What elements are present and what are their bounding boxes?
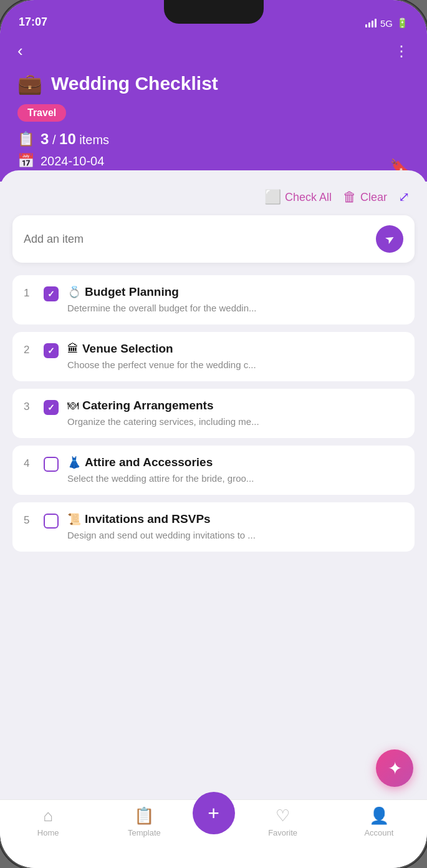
favorite-label: Favorite — [268, 828, 297, 837]
item-title: Attire and Accessories — [85, 456, 213, 469]
phone-screen: 17:07 5G 🔋 ‹ ⋮ 💼 Wedding Checklist — [0, 0, 427, 868]
item-content: 📜 Invitations and RSVPs Design and send … — [67, 512, 403, 542]
home-icon: ⌂ — [43, 806, 53, 826]
send-button[interactable]: ➤ — [376, 225, 403, 253]
item-title-row: 👗 Attire and Accessories — [67, 456, 403, 469]
clear-label: Clear — [360, 191, 387, 204]
nav-item-account[interactable]: 👤 Account — [331, 806, 427, 837]
item-desc: Select the wedding attire for the bride,… — [67, 472, 403, 485]
home-label: Home — [37, 828, 59, 837]
check-all-label: Check All — [285, 191, 332, 204]
template-label: Template — [128, 828, 161, 837]
date-row: 📅 2024-10-04 — [17, 153, 410, 169]
add-button[interactable]: + — [193, 792, 235, 834]
item-title-row: 💍 Budget Planning — [67, 285, 403, 299]
header-meta: 📋 3 / 10 items 📅 2024-10-04 — [17, 130, 410, 169]
item-title: Catering Arrangements — [82, 399, 213, 412]
item-title: Invitations and RSVPs — [85, 512, 211, 526]
status-right: 5G 🔋 — [365, 17, 408, 29]
item-title-row: 🏛 Venue Selection — [67, 342, 403, 356]
toolbar: ⬜ Check All 🗑 Clear ⤢ — [12, 183, 415, 215]
delete-icon: 🗑 — [343, 189, 357, 205]
phone-frame: 17:07 5G 🔋 ‹ ⋮ 💼 Wedding Checklist — [0, 0, 427, 868]
content-area: ⬜ Check All 🗑 Clear ⤢ ➤ — [0, 170, 427, 559]
favorite-icon: ♡ — [276, 806, 290, 826]
item-number: 4 — [24, 457, 35, 470]
item-desc: Design and send out wedding invitations … — [67, 529, 403, 542]
more-button[interactable]: ⋮ — [394, 42, 410, 60]
item-title-row: 📜 Invitations and RSVPs — [67, 512, 403, 526]
progress-separator: / — [52, 133, 56, 147]
check-all-button[interactable]: ⬜ Check All — [264, 189, 332, 205]
battery-icon: 🔋 — [396, 17, 408, 29]
signal-icon — [365, 19, 377, 27]
item-content: 🍽 Catering Arrangements Organize the cat… — [67, 399, 403, 428]
nav-item-home[interactable]: ⌂ Home — [0, 806, 96, 837]
nav-item-favorite[interactable]: ♡ Favorite — [235, 806, 331, 837]
add-item-container: ➤ — [12, 215, 415, 263]
item-title: Venue Selection — [82, 342, 173, 356]
item-emoji: 👗 — [67, 456, 81, 469]
checklist: 1 ✓ 💍 Budget Planning Determine the over… — [12, 275, 415, 559]
bottom-nav: ⌂ Home 📋 Template + ♡ Favorite 👤 Account — [0, 799, 427, 868]
account-icon: 👤 — [369, 806, 389, 826]
item-number: 1 — [24, 287, 35, 300]
item-content: 🏛 Venue Selection Choose the perfect ven… — [67, 342, 403, 371]
progress-text: 3 / 10 items — [41, 130, 109, 148]
item-content: 💍 Budget Planning Determine the overall … — [67, 285, 403, 315]
fab-button[interactable]: ✦ — [376, 749, 413, 787]
clipboard-icon: 📋 — [17, 131, 34, 147]
checklist-item: 1 ✓ 💍 Budget Planning Determine the over… — [12, 275, 415, 324]
item-desc: Organize the catering services, includin… — [67, 415, 403, 428]
checkmark-icon: ✓ — [47, 289, 55, 299]
item-emoji: 🍽 — [67, 399, 79, 412]
item-desc: Determine the overall budget for the wed… — [67, 301, 403, 315]
nav-items: ⌂ Home 📋 Template + ♡ Favorite 👤 Account — [0, 806, 427, 837]
nav-item-template[interactable]: 📋 Template — [96, 806, 192, 837]
checklist-item: 4 👗 Attire and Accessories Select the we… — [12, 446, 415, 495]
checklist-icon: 💼 — [17, 72, 42, 95]
checked-count: 3 — [41, 130, 49, 147]
category-tag[interactable]: Travel — [17, 104, 66, 122]
item-checkbox[interactable]: ✓ — [44, 286, 59, 301]
item-emoji: 💍 — [67, 285, 81, 299]
item-content: 👗 Attire and Accessories Select the wedd… — [67, 456, 403, 485]
item-number: 5 — [24, 514, 35, 527]
checkmark-icon: ✓ — [47, 346, 55, 356]
network-label: 5G — [380, 18, 393, 29]
item-checkbox[interactable]: ✓ — [44, 400, 59, 415]
check-all-icon: ⬜ — [264, 189, 281, 205]
total-count: 10 — [59, 130, 76, 147]
checklist-item: 5 📜 Invitations and RSVPs Design and sen… — [12, 502, 415, 552]
add-item-input[interactable] — [24, 233, 376, 246]
notch — [164, 0, 264, 24]
expand-button[interactable]: ⤢ — [398, 189, 410, 205]
item-checkbox[interactable] — [44, 514, 59, 529]
checkmark-icon: ✓ — [47, 402, 55, 412]
header-title-row: 💼 Wedding Checklist — [17, 72, 410, 95]
template-icon: 📋 — [134, 806, 154, 826]
progress-row: 📋 3 / 10 items — [17, 130, 410, 148]
account-label: Account — [364, 828, 393, 837]
item-number: 2 — [24, 344, 35, 356]
status-time: 17:07 — [19, 16, 47, 29]
item-title: Budget Planning — [85, 285, 179, 299]
item-number: 3 — [24, 401, 35, 413]
fab-icon: ✦ — [388, 758, 402, 779]
header: ‹ ⋮ 💼 Wedding Checklist Travel 📋 3 / 10 … — [0, 34, 427, 182]
calendar-icon: 📅 — [17, 153, 34, 169]
back-button[interactable]: ‹ — [17, 41, 23, 61]
checklist-item: 3 ✓ 🍽 Catering Arrangements Organize the… — [12, 389, 415, 438]
items-label: items — [79, 133, 109, 147]
checklist-item: 2 ✓ 🏛 Venue Selection Choose the perfect… — [12, 332, 415, 381]
item-checkbox[interactable] — [44, 457, 59, 472]
date-text: 2024-10-04 — [41, 154, 104, 168]
send-icon: ➤ — [382, 231, 397, 248]
item-emoji: 🏛 — [67, 343, 79, 356]
add-icon: + — [208, 803, 219, 823]
page-title: Wedding Checklist — [51, 73, 218, 94]
item-emoji: 📜 — [67, 512, 81, 526]
clear-button[interactable]: 🗑 Clear — [343, 189, 387, 205]
item-checkbox[interactable]: ✓ — [44, 343, 59, 358]
header-nav: ‹ ⋮ — [17, 41, 410, 61]
